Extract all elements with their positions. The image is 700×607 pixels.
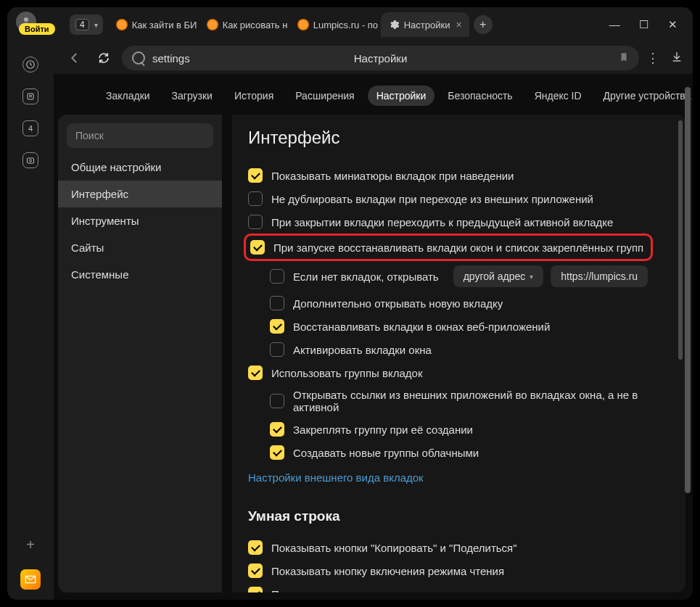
section-heading-2: Умная строка bbox=[248, 508, 685, 524]
tab-1[interactable]: Как зайти в БИ bbox=[109, 12, 199, 37]
option-row[interactable]: Показывать миниатюры вкладок при наведен… bbox=[248, 164, 685, 187]
favicon-icon bbox=[116, 19, 128, 30]
option-row[interactable]: Закреплять группу при её создании bbox=[270, 418, 685, 441]
url-input[interactable]: https://lumpics.ru bbox=[551, 265, 648, 287]
mail-icon[interactable] bbox=[20, 569, 41, 590]
option-row[interactable]: Активировать вкладки окна bbox=[270, 338, 685, 361]
section-heading: Интерфейс bbox=[248, 128, 685, 148]
sidenav-general[interactable]: Общие настройки bbox=[58, 154, 222, 181]
sidenav-tools[interactable]: Инструменты bbox=[58, 207, 222, 234]
option-row[interactable]: Восстанавливать вкладки в окнах веб-прил… bbox=[270, 315, 685, 338]
checkbox-icon[interactable] bbox=[270, 394, 284, 408]
topnav-history[interactable]: История bbox=[226, 86, 282, 106]
checkbox-icon[interactable] bbox=[270, 319, 284, 334]
scroll-thumb[interactable] bbox=[678, 120, 683, 360]
option-label: Показывать кнопки "Копировать" и "Подели… bbox=[271, 542, 517, 554]
outer-scroll-thumb[interactable] bbox=[685, 87, 691, 493]
inner-scrollbar[interactable] bbox=[678, 120, 683, 587]
topnav-devices[interactable]: Другие устройства bbox=[595, 86, 693, 106]
option-label: Показывать краткое содержание страницы bbox=[271, 588, 489, 593]
option-row[interactable]: Дополнительно открывать новую вкладку bbox=[270, 292, 685, 315]
checkbox-icon[interactable] bbox=[248, 587, 263, 592]
maximize-button[interactable]: ☐ bbox=[638, 18, 649, 31]
svg-point-4 bbox=[30, 160, 32, 162]
address-bar[interactable]: settings Настройки bbox=[122, 46, 639, 70]
checkbox-icon[interactable] bbox=[248, 540, 263, 555]
tab-settings[interactable]: Настройки × bbox=[381, 12, 469, 37]
topnav-bookmarks[interactable]: Закладки bbox=[97, 86, 159, 106]
add-panel-button[interactable]: + bbox=[26, 537, 35, 553]
minimize-button[interactable]: — bbox=[609, 18, 620, 31]
dropdown-value: другой адрес bbox=[464, 271, 526, 282]
login-button[interactable]: Войти bbox=[19, 23, 55, 35]
tab-2[interactable]: Как рисовать н bbox=[199, 12, 290, 37]
option-label: Открывать ссылки из внешних приложений в… bbox=[293, 389, 685, 413]
close-icon[interactable]: × bbox=[456, 19, 461, 30]
side-panel: 4 + bbox=[7, 42, 54, 600]
option-label: Показывать миниатюры вкладок при наведен… bbox=[271, 170, 514, 182]
history-icon[interactable] bbox=[22, 57, 38, 73]
checkbox-icon[interactable] bbox=[248, 168, 263, 183]
option-row[interactable]: Показывать кнопки "Копировать" и "Подели… bbox=[248, 536, 685, 559]
highlighted-option: При запуске восстанавливать вкладки окон… bbox=[244, 234, 653, 261]
option-row[interactable]: Показывать краткое содержание страницы bbox=[248, 582, 685, 592]
sidenav-system[interactable]: Системные bbox=[58, 261, 222, 288]
page-title: Настройки bbox=[354, 52, 408, 65]
tab-3[interactable]: Lumpics.ru - по bbox=[290, 12, 381, 37]
option-row[interactable]: Показывать кнопку включения режима чтени… bbox=[248, 559, 685, 582]
tab-count-button[interactable]: 4 ▾ bbox=[70, 15, 103, 35]
tabs-appearance-link[interactable]: Настройки внешнего вида вкладок bbox=[248, 464, 424, 487]
tab-label: Как рисовать н bbox=[223, 20, 288, 30]
bookmark-icon[interactable] bbox=[619, 51, 629, 65]
svg-rect-3 bbox=[28, 158, 34, 163]
checkbox-icon[interactable] bbox=[248, 215, 263, 229]
sidenav-sites[interactable]: Сайты bbox=[58, 234, 222, 261]
topnav-downloads[interactable]: Загрузки bbox=[163, 86, 221, 106]
url-text: settings bbox=[152, 52, 190, 65]
option-label: Дополнительно открывать новую вкладку bbox=[293, 297, 503, 310]
tab-label: Как зайти в БИ bbox=[132, 20, 197, 30]
topnav-extensions[interactable]: Расширения bbox=[287, 86, 363, 106]
search-input[interactable]: Поиск bbox=[67, 123, 213, 148]
downloads-button[interactable] bbox=[671, 51, 683, 65]
checkbox-icon[interactable] bbox=[270, 269, 284, 284]
option-row[interactable]: При закрытии вкладки переходить к предыд… bbox=[248, 210, 685, 234]
option-row[interactable]: Открывать ссылки из внешних приложений в… bbox=[270, 384, 685, 418]
option-row[interactable]: Не дублировать вкладки при переходе из в… bbox=[248, 187, 685, 210]
content-area: Закладки Загрузки История Расширения Нас… bbox=[54, 74, 693, 600]
topnav-yandexid[interactable]: Яндекс ID bbox=[526, 86, 590, 106]
option-label: Восстанавливать вкладки в окнах веб-прил… bbox=[293, 321, 550, 333]
checkbox-icon[interactable] bbox=[270, 422, 284, 437]
back-button[interactable] bbox=[64, 47, 86, 69]
checkbox-icon[interactable] bbox=[270, 445, 284, 460]
checkbox-icon[interactable] bbox=[248, 563, 263, 578]
close-button[interactable]: ✕ bbox=[667, 18, 678, 31]
option-label: Если нет вкладок, открывать bbox=[293, 271, 439, 283]
reload-button[interactable] bbox=[93, 47, 115, 69]
option-row[interactable]: Если нет вкладок, открывать другой адрес… bbox=[270, 261, 685, 292]
menu-button[interactable]: ⋮ bbox=[646, 50, 658, 66]
option-label: Использовать группы вкладок bbox=[271, 367, 423, 379]
option-label: Закреплять группу при её создании bbox=[293, 424, 473, 436]
checkbox-icon[interactable] bbox=[248, 191, 263, 206]
option-label: Активировать вкладки окна bbox=[293, 344, 432, 356]
option-row[interactable]: Создавать новые группы облачными bbox=[270, 441, 685, 464]
checkbox-icon[interactable] bbox=[270, 342, 284, 357]
new-tab-button[interactable]: + bbox=[474, 15, 493, 34]
checkbox-icon[interactable] bbox=[250, 240, 265, 255]
option-row[interactable]: Использовать группы вкладок bbox=[248, 361, 685, 384]
tab-count-badge: 4 bbox=[75, 19, 89, 30]
settings-sidenav: Поиск Общие настройки Интерфейс Инструме… bbox=[58, 115, 222, 592]
chevron-down-icon: ▾ bbox=[92, 21, 100, 29]
sidenav-interface[interactable]: Интерфейс bbox=[58, 181, 222, 207]
topnav-settings[interactable]: Настройки bbox=[368, 86, 435, 106]
collections-icon[interactable] bbox=[22, 88, 38, 104]
tabs-icon[interactable]: 4 bbox=[22, 120, 38, 136]
tab-label: Настройки bbox=[404, 20, 450, 30]
screenshot-icon[interactable] bbox=[22, 152, 38, 168]
topnav-security[interactable]: Безопасность bbox=[439, 86, 521, 106]
checkbox-icon[interactable] bbox=[270, 296, 284, 310]
settings-main: Интерфейс Показывать миниатюры вкладок п… bbox=[232, 115, 685, 592]
checkbox-icon[interactable] bbox=[248, 366, 263, 380]
dropdown-address-mode[interactable]: другой адрес▾ bbox=[453, 265, 544, 287]
